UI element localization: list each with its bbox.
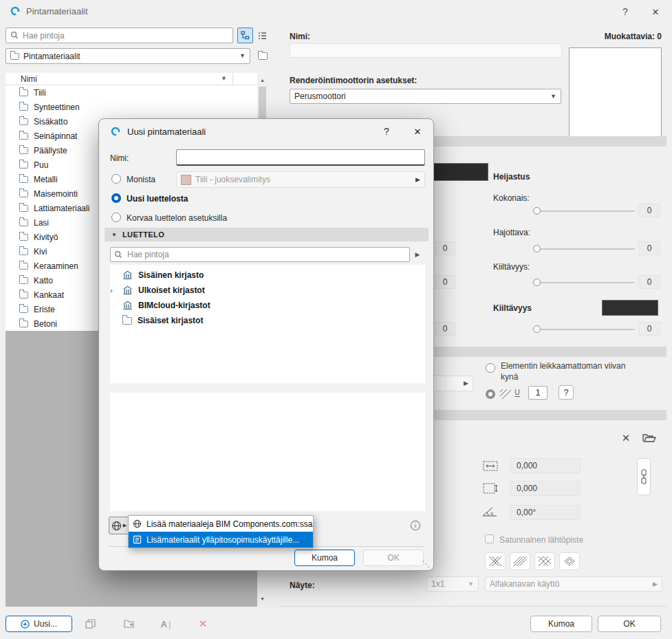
list-item-label: Synteettinen [34,102,80,112]
dialog-cancel-button[interactable]: Kumoa [294,550,355,566]
tree-item-bimcloud-libraries[interactable]: BIMcloud-kirjastot [110,298,210,313]
open-texture-button[interactable] [640,431,659,446]
uncut-line-pen-radio[interactable] [486,363,495,373]
texture-width-field[interactable]: 0,000 [510,458,581,473]
plus-icon [21,620,30,629]
slider-thumb[interactable] [533,207,541,215]
mirror-pattern-button-2[interactable] [510,552,530,570]
sample-combo[interactable]: 1x1 ▼ [426,576,479,592]
tree-view-toggle[interactable] [237,28,253,43]
dialog-ok-button[interactable]: OK [363,550,424,566]
diffuse-slider[interactable] [534,248,635,250]
surface-name-input[interactable] [290,43,562,58]
clear-texture-button[interactable]: ✕ [618,431,634,446]
partial-value-box[interactable]: 0 [435,241,455,255]
duplicate-radio[interactable] [111,174,121,184]
tree-item-internal-library[interactable]: Sisäinen kirjasto [110,268,204,283]
info-button[interactable] [409,519,422,532]
slider-thumb[interactable] [533,245,541,252]
folder-combo[interactable]: Pintamateriaalit ▼ [6,48,250,64]
texture-angle-field[interactable]: 0,00° [510,505,581,520]
folder-icon [10,53,19,60]
surfaces-search [6,28,233,43]
mirror-pattern-button-4[interactable] [559,552,580,570]
tree-item-embedded-libraries[interactable]: Sisäiset kirjastot [110,313,203,328]
catalog-section-header[interactable]: ▼ LUETTELO [105,228,429,241]
dialog-help-button[interactable]: ? [377,124,396,139]
partial-value-box[interactable]: 0 [435,322,455,336]
app-logo-icon [10,6,21,17]
delete-button[interactable]: ✕ [193,616,213,632]
list-view-toggle[interactable] [254,28,270,43]
chevron-right-icon: ▶ [653,581,658,587]
total-slider[interactable] [534,210,635,212]
dialog-name-input[interactable] [176,149,425,166]
list-item-label: Katto [34,276,53,285]
duplicate-source-value: Tiili - juoksevalimitys [195,175,270,184]
alpha-channel-combo[interactable]: Alfakanavan käyttö ▶ [485,576,662,592]
gloss-slider[interactable] [534,282,635,283]
window-help-button[interactable]: ? [615,3,636,20]
catalog-search-input[interactable] [110,247,410,262]
expand-chevron-icon[interactable]: › [110,286,117,294]
search-options-button[interactable]: ▶ [411,247,424,262]
new-folder-button[interactable] [254,48,271,64]
menu-item-subscription-materials[interactable]: Lisämateriaalit ylläpitosopimuskäyttäjil… [129,532,313,548]
pen-help-button[interactable]: ? [559,385,574,400]
gloss-value[interactable]: 0 [638,275,660,289]
random-origin-checkbox[interactable] [485,534,494,543]
list-item[interactable]: Synteettinen [6,100,257,114]
texture-height-field[interactable]: 0,000 [510,481,581,496]
duplicate-source-combo[interactable]: Tiili - juoksevalimitys ▶ [176,171,425,188]
list-item-label: Keraaminen [34,261,78,271]
dialog-close-button[interactable]: ✕ [407,124,428,139]
shine-value[interactable]: 0 [638,322,660,336]
list-item-label: Sisäkatto [34,117,67,127]
resize-grip[interactable]: ⋱ [422,560,430,568]
material-swatch [181,175,191,185]
list-header[interactable]: Nimi ▼ [6,73,257,85]
surfaces-search-input[interactable] [6,28,233,43]
diffuse-value[interactable]: 0 [638,241,660,255]
total-value[interactable]: 0 [638,204,660,217]
pen-number-field[interactable]: 1 [528,386,548,400]
main-cancel-button[interactable]: Kumoa [530,616,592,632]
main-ok-button[interactable]: OK [598,616,661,632]
link-dimensions-button[interactable] [637,458,651,495]
app-logo-icon [110,126,121,137]
folder-icon [19,133,28,140]
scroll-up-icon[interactable]: ▲ [257,76,268,84]
svg-text:α: α [490,511,493,516]
new-folder-toolbar-button[interactable] [119,616,140,632]
hatch-icon [500,389,511,399]
new-from-catalog-radio[interactable] [111,193,121,203]
mirror-pattern-button-3[interactable] [534,552,555,570]
tree-item-external-libraries[interactable]: › Ulkoiset kirjastot [110,283,205,298]
list-item-label: Eriste [34,305,55,314]
preview-box [569,47,662,144]
duplicate-button[interactable] [80,616,100,632]
pen-number-radio[interactable] [486,389,495,399]
menu-item-bim-components[interactable]: Lisää materiaaleja BIM Components.com:ss… [129,516,313,532]
new-surface-button[interactable]: Uusi... [6,616,72,632]
list-item[interactable]: Tiili [6,85,257,100]
rename-button[interactable]: A| [155,616,176,632]
folder-icon [19,292,28,299]
slider-thumb[interactable] [533,325,541,333]
window-close-button[interactable]: ✕ [645,3,666,20]
reflection-title: Heijastus [493,172,530,182]
replace-settings-radio[interactable] [111,213,121,222]
partial-value-box[interactable]: 0 [435,275,455,289]
list-item-label: Seinäpinnat [34,131,77,141]
folder-icon [19,277,28,284]
render-engine-combo[interactable]: Perusmoottori ▼ [290,89,561,104]
web-resources-button[interactable]: ▶ [109,517,129,534]
render-engine-label: Renderöintimoottorin asetukset: [290,76,417,85]
mirror-pattern-button-1[interactable] [485,552,506,570]
slider-thumb[interactable] [533,279,541,286]
shine-color-swatch[interactable] [602,300,658,316]
shine-slider[interactable] [534,329,635,330]
scroll-down-icon[interactable]: ▼ [257,594,268,603]
duplicate-radio-label: Monista [127,175,155,184]
menu-item-label: Lisämateriaalit ylläpitosopimuskäyttäjil… [147,535,299,545]
